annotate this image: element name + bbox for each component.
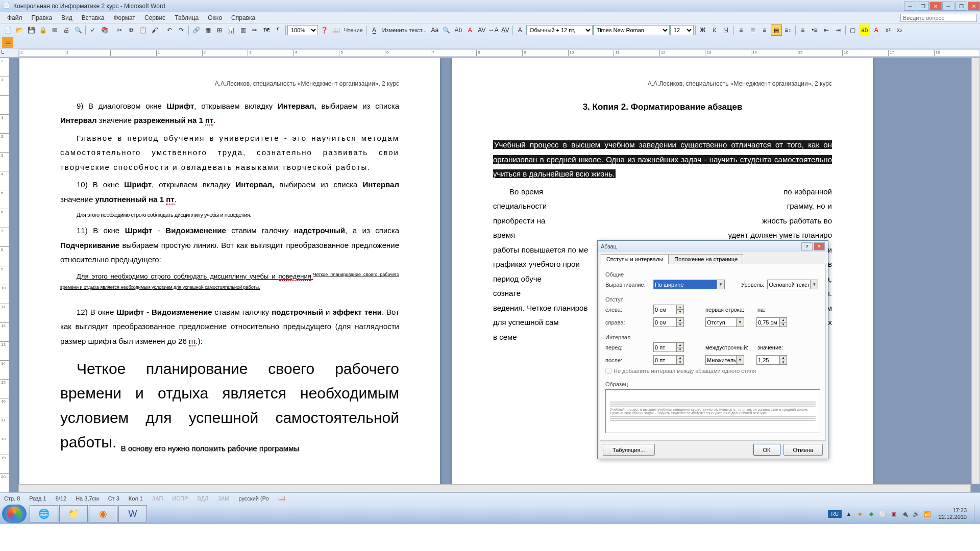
vertical-ruler[interactable]: 21 123 456 789 101112 131415 161718 1920 xyxy=(0,58,9,492)
cut-icon[interactable]: ✂ xyxy=(114,24,125,36)
tray-lang[interactable]: RU xyxy=(828,510,841,518)
menu-table[interactable]: Таблица xyxy=(170,13,203,22)
linespacing-value-spinner[interactable]: 1,25▲▼ xyxy=(756,355,787,365)
document-scroll[interactable]: А.А.Лесиков, специальность «Менеджмент о… xyxy=(9,58,980,492)
minimize-button[interactable]: ─ xyxy=(904,2,916,11)
print-icon[interactable]: 🖨 xyxy=(61,24,72,36)
dialog-titlebar[interactable]: Абзац ? ✕ xyxy=(598,241,828,252)
char-scale-icon[interactable]: ↔A xyxy=(488,24,499,36)
doc-minimize-button[interactable]: ─ xyxy=(942,2,954,11)
level-select[interactable]: Основной текст▼ xyxy=(767,280,818,289)
tray-net2-icon[interactable]: 📶 xyxy=(923,510,932,518)
after-spinner[interactable]: 0 пт▲▼ xyxy=(653,355,684,365)
bold-button[interactable]: Ж xyxy=(697,24,708,36)
menu-tools[interactable]: Сервис xyxy=(140,13,169,22)
spelling-icon[interactable]: ✓ xyxy=(87,24,99,36)
change-text-label[interactable]: Изменить текст... xyxy=(380,27,429,33)
size-select[interactable]: 12 xyxy=(670,25,694,35)
menu-insert[interactable]: Вставка xyxy=(78,13,109,22)
borders-button[interactable]: ▢ xyxy=(847,24,859,36)
task-ie[interactable]: 🌐 xyxy=(30,505,58,522)
new-icon[interactable]: 📄 xyxy=(2,24,13,36)
before-spinner[interactable]: 0 пт▲▼ xyxy=(653,342,684,352)
dialog-tab-indents[interactable]: Отступы и интервалы xyxy=(601,254,669,264)
zoom-select[interactable]: 100% xyxy=(287,25,318,35)
task-word[interactable]: W xyxy=(118,505,147,522)
drawing-icon[interactable]: ✏ xyxy=(249,24,260,36)
tabs-button[interactable]: Табуляция... xyxy=(603,444,655,456)
char-spacing-icon[interactable]: A͟V xyxy=(500,24,511,36)
insert-table-icon[interactable]: ⊞ xyxy=(214,24,225,36)
ab-icon[interactable]: Ab xyxy=(453,24,464,36)
style-select[interactable]: Обычный + 12 пт, xyxy=(526,25,593,35)
ask-question-input[interactable] xyxy=(900,14,977,22)
tray-flag-icon[interactable]: ▲ xyxy=(845,510,853,518)
firstline-select[interactable]: Отступ▼ xyxy=(705,317,744,327)
subscript-button[interactable]: x₂ xyxy=(894,24,905,36)
decrease-indent-button[interactable]: ⇤ xyxy=(821,24,832,36)
doc-restore-button[interactable]: ❐ xyxy=(955,2,967,11)
start-button[interactable] xyxy=(2,505,27,523)
font-color2-icon[interactable]: A xyxy=(464,24,476,36)
menu-window[interactable]: Окно xyxy=(204,13,226,22)
copy-icon[interactable]: ⧉ xyxy=(126,24,137,36)
no-add-space-checkbox[interactable]: Не добавлять интервал между абзацами одн… xyxy=(605,368,820,374)
tray-network-icon[interactable]: ⚪ xyxy=(878,510,887,518)
menu-edit[interactable]: Правка xyxy=(28,13,57,22)
tab-selector[interactable]: └ xyxy=(0,50,18,56)
open-icon[interactable]: 📂 xyxy=(14,24,25,36)
restore-button[interactable]: ❐ xyxy=(917,2,929,11)
menu-format[interactable]: Формат xyxy=(109,13,139,22)
excel-icon[interactable]: 📊 xyxy=(226,24,237,36)
horizontal-ruler[interactable]: 21 123 456 789 101112 131415 161718 xyxy=(18,49,980,57)
ok-button[interactable]: ОК xyxy=(753,444,780,456)
hyperlink-icon[interactable]: 🔗 xyxy=(190,24,202,36)
bullets-button[interactable]: •≡ xyxy=(809,24,820,36)
dialog-close-button[interactable]: ✕ xyxy=(814,242,825,251)
tray-action-icon[interactable]: ■ xyxy=(856,510,864,518)
save-icon[interactable]: 💾 xyxy=(26,24,37,36)
task-explorer[interactable]: 📁 xyxy=(59,505,88,522)
dialog-tab-position[interactable]: Положение на странице xyxy=(669,254,743,264)
dialog-help-button[interactable]: ? xyxy=(801,242,813,251)
preview-icon[interactable]: 🔍 xyxy=(72,24,84,36)
read-icon[interactable]: 📖 xyxy=(330,24,341,36)
indent-right-spinner[interactable]: 0 см▲▼ xyxy=(653,317,684,327)
paste-icon[interactable]: 📋 xyxy=(137,24,149,36)
undo-icon[interactable]: ↶ xyxy=(164,24,175,36)
status-book-icon[interactable]: 📖 xyxy=(278,495,285,502)
tray-device-icon[interactable]: ▣ xyxy=(890,510,898,518)
linespacing-select[interactable]: Множитель▼ xyxy=(705,355,744,365)
superscript-button[interactable]: x² xyxy=(883,24,894,36)
task-mail[interactable]: ◉ xyxy=(89,505,117,522)
kerning-icon[interactable]: AV xyxy=(476,24,487,36)
font-select[interactable]: Times New Roman xyxy=(593,25,670,35)
horizontal-scrollbar[interactable] xyxy=(18,484,971,492)
columns-icon[interactable]: ▥ xyxy=(237,24,249,36)
show-para-icon[interactable]: ¶ xyxy=(273,24,284,36)
menu-view[interactable]: Вид xyxy=(57,13,77,22)
reading-label[interactable]: Чтение xyxy=(342,27,365,33)
close-button[interactable]: ✕ xyxy=(929,2,942,11)
tray-volume-icon[interactable]: 🔊 xyxy=(912,510,920,518)
indent-left-spinner[interactable]: 0 см▲▼ xyxy=(653,305,684,314)
page-left[interactable]: А.А.Лесиков, специальность «Менеджмент о… xyxy=(19,58,440,492)
align-justify-button[interactable]: ▤ xyxy=(771,24,782,36)
italic-button[interactable]: К xyxy=(709,24,720,36)
doc-close-button[interactable]: ✕ xyxy=(968,2,980,11)
menu-help[interactable]: Справка xyxy=(227,13,259,22)
firstline-by-spinner[interactable]: 0,75 см▲▼ xyxy=(756,317,787,327)
tray-monitor-icon[interactable]: 🔌 xyxy=(901,510,909,518)
find-icon[interactable]: 🔍 xyxy=(441,24,452,36)
aa2-icon[interactable]: Aa xyxy=(429,24,440,36)
tray-clock[interactable]: 17:23 22.12.2010 xyxy=(935,507,971,520)
alignment-select[interactable]: По ширине▼ xyxy=(653,280,725,289)
font-color-button[interactable]: A xyxy=(871,24,882,36)
highlight-button[interactable]: ab xyxy=(859,24,870,36)
docmap-icon[interactable]: 🗺 xyxy=(261,24,272,36)
tables-borders-icon[interactable]: ▦ xyxy=(202,24,213,36)
format-painter-icon[interactable]: 🖌 xyxy=(149,24,160,36)
tray-shield-icon[interactable]: ◆ xyxy=(867,510,875,518)
permission-icon[interactable]: 🔒 xyxy=(37,24,48,36)
align-left-button[interactable]: ≡ xyxy=(736,24,747,36)
